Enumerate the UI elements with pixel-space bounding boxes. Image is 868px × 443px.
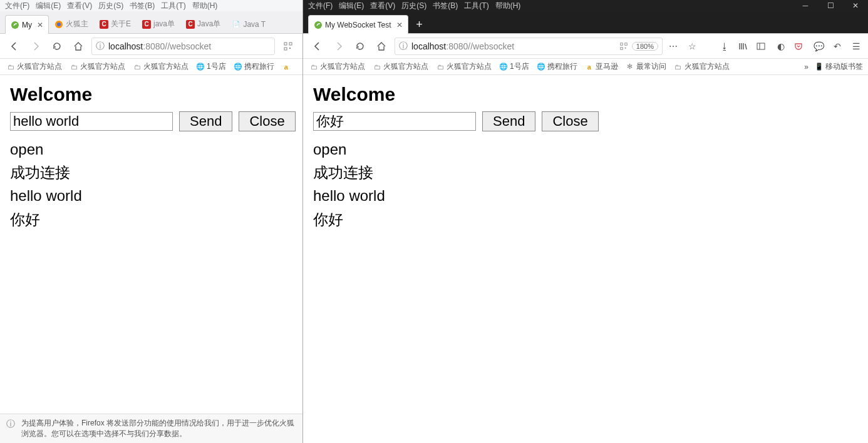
message-input[interactable]: [313, 112, 476, 131]
svg-rect-12: [757, 43, 765, 49]
bookmark-yihaodian[interactable]: 🌐1号店: [196, 61, 226, 72]
send-button[interactable]: Send: [482, 111, 535, 131]
menu-view[interactable]: 查看(V): [370, 0, 395, 11]
tab-java-2[interactable]: C Java单: [180, 14, 226, 33]
menu-bookmarks[interactable]: 书签(B): [130, 0, 155, 11]
menu-bookmarks[interactable]: 书签(B): [433, 0, 458, 11]
menubar: 文件(F) 编辑(E) 查看(V) 历史(S) 书签(B) 工具(T) 帮助(H…: [0, 0, 302, 11]
menu-view[interactable]: 查看(V): [67, 0, 92, 11]
more-icon[interactable]: ⋯: [668, 41, 679, 51]
bookmark-folder[interactable]: 🗀火狐官方站点: [70, 61, 125, 72]
bookmark-folder[interactable]: 🗀火狐官方站点: [436, 61, 492, 72]
globe-icon: 🌐: [196, 63, 205, 71]
folder-icon: 🗀: [436, 63, 445, 71]
library-icon[interactable]: [738, 41, 749, 51]
home-button[interactable]: [373, 38, 390, 54]
svg-point-7: [314, 21, 322, 29]
tab-about-e[interactable]: C 关于E: [94, 14, 137, 33]
bookmark-ctrip[interactable]: 🌐携程旅行: [234, 61, 274, 72]
pocket-icon[interactable]: [794, 42, 805, 51]
folder-icon: 🗀: [373, 63, 381, 71]
menu-file[interactable]: 文件(F): [308, 0, 333, 11]
tab-firefox[interactable]: 火狐主: [49, 14, 94, 33]
gear-icon: ✻: [626, 63, 634, 71]
hamburger-icon[interactable]: ☰: [850, 41, 862, 51]
csdn-icon: C: [186, 20, 195, 29]
log-line: open: [10, 138, 292, 161]
svg-point-0: [11, 21, 19, 29]
download-icon[interactable]: ⭳: [719, 41, 730, 51]
qr-icon[interactable]: [280, 38, 296, 54]
tab-my-websocket[interactable]: My WebSocket Test ✕: [308, 15, 408, 34]
menu-history[interactable]: 历史(S): [401, 0, 426, 11]
tab-java-1[interactable]: C java单: [137, 14, 180, 33]
qr-icon[interactable]: [619, 42, 628, 51]
tab-my-websocket[interactable]: My ✕: [5, 15, 49, 34]
globe-icon: 🌐: [499, 63, 508, 71]
menu-tools[interactable]: 工具(T): [464, 0, 488, 11]
menu-tools[interactable]: 工具(T): [161, 0, 185, 11]
send-button[interactable]: Send: [179, 111, 232, 131]
close-button[interactable]: Close: [239, 111, 295, 131]
home-button[interactable]: [70, 38, 86, 54]
log-line: hello world: [313, 184, 858, 207]
info-icon[interactable]: ⓘ: [96, 41, 105, 52]
bookmark-folder[interactable]: 🗀火狐官方站点: [309, 61, 365, 72]
page-content: Welcome Send Close open 成功连接 hello world…: [303, 75, 868, 443]
toolbar-icons: ⋯ ☆ ⭳ ◐ 💬 ↶ ☰: [668, 41, 862, 51]
bookmark-folder[interactable]: 🗀火狐官方站点: [674, 61, 730, 72]
star-icon[interactable]: ☆: [686, 41, 698, 51]
log-line: 你好: [313, 208, 858, 231]
menu-history[interactable]: 历史(S): [98, 0, 123, 11]
overflow-icon[interactable]: »: [804, 63, 809, 71]
url-bar[interactable]: ⓘ localhost:8080//websocket 180%: [395, 38, 663, 55]
reload-button[interactable]: [49, 38, 65, 54]
bookmark-folder[interactable]: 🗀火狐官方站点: [373, 61, 428, 72]
bookmark-amazon-cut[interactable]: a: [282, 63, 291, 71]
chat-icon[interactable]: 💬: [813, 41, 824, 51]
menu-edit[interactable]: 编辑(E): [36, 0, 61, 11]
bookmark-mobile[interactable]: 📱移动版书签: [815, 61, 863, 72]
bookmarks-bar: 🗀火狐官方站点 🗀火狐官方站点 🗀火狐官方站点 🌐1号店 🌐携程旅行 a: [0, 59, 302, 75]
message-input[interactable]: [10, 112, 173, 131]
bookmark-folder[interactable]: 🗀火狐官方站点: [133, 61, 189, 72]
maximize-button[interactable]: ☐: [818, 0, 843, 11]
shield-icon[interactable]: ◐: [775, 41, 787, 51]
back-button[interactable]: [6, 38, 23, 54]
new-tab-button[interactable]: +: [411, 16, 428, 33]
tab-strip: My WebSocket Test ✕ +: [303, 11, 868, 34]
menu-help[interactable]: 帮助(H): [495, 0, 521, 11]
menu-file[interactable]: 文件(F): [5, 0, 29, 11]
spring-icon: [314, 21, 323, 29]
reload-button[interactable]: [352, 38, 368, 54]
folder-icon: 🗀: [6, 63, 15, 71]
zoom-badge[interactable]: 180%: [632, 42, 658, 51]
menu-help[interactable]: 帮助(H): [192, 0, 218, 11]
close-button[interactable]: Close: [542, 111, 598, 131]
folder-icon: 🗀: [674, 63, 683, 71]
folder-icon: 🗀: [309, 63, 318, 71]
info-icon[interactable]: ⓘ: [399, 41, 408, 52]
undo-icon[interactable]: ↶: [832, 41, 843, 51]
page-title: Welcome: [313, 84, 858, 105]
close-window-button[interactable]: ✕: [843, 0, 868, 11]
tab-java-t[interactable]: 📄 Java T: [226, 14, 271, 33]
url-bar[interactable]: ⓘ localhost:8080//websocket: [91, 38, 275, 55]
message-log: open 成功连接 hello world 你好: [313, 138, 858, 231]
bookmark-topsites[interactable]: ✻最常访问: [626, 61, 666, 72]
sidebar-icon[interactable]: [757, 42, 768, 51]
minimize-button[interactable]: ─: [793, 0, 818, 11]
bookmark-yihaodian[interactable]: 🌐1号店: [499, 61, 529, 72]
bookmark-ctrip[interactable]: 🌐携程旅行: [537, 61, 577, 72]
bookmark-amazon[interactable]: a亚马逊: [585, 61, 618, 72]
back-button[interactable]: [309, 38, 326, 54]
menu-edit[interactable]: 编辑(E): [339, 0, 364, 11]
close-icon[interactable]: ✕: [396, 21, 403, 29]
bookmark-folder[interactable]: 🗀火狐官方站点: [6, 61, 62, 72]
svg-rect-11: [625, 47, 626, 48]
csdn-icon: C: [100, 20, 108, 29]
close-icon[interactable]: ✕: [37, 21, 43, 29]
log-line: hello world: [10, 184, 292, 207]
nav-toolbar: ⓘ localhost:8080//websocket: [0, 34, 302, 59]
notification-bar: ⓘ 为提高用户体验，Firefox 将发送部分功能的使用情况给我们，用于进一步优…: [0, 414, 302, 443]
